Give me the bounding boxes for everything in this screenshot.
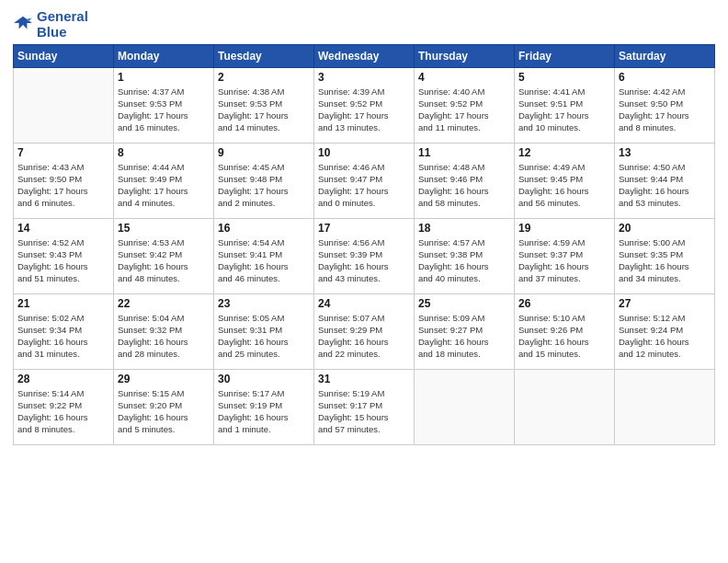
calendar-week-row: 1Sunrise: 4:37 AM Sunset: 9:53 PM Daylig… [14,67,715,143]
day-number: 2 [218,71,310,84]
day-number: 8 [118,146,210,159]
day-info: Sunrise: 5:19 AM Sunset: 9:17 PM Dayligh… [318,387,410,436]
day-number: 17 [318,222,410,235]
day-info: Sunrise: 5:15 AM Sunset: 9:20 PM Dayligh… [118,387,210,436]
day-number: 31 [318,373,410,385]
header: General Blue [13,9,715,39]
day-number: 18 [418,222,510,235]
weekday-header: Tuesday [214,44,314,67]
weekday-header: Thursday [415,44,515,67]
day-number: 28 [17,373,109,385]
calendar-week-row: 21Sunrise: 5:02 AM Sunset: 9:34 PM Dayli… [14,293,715,369]
day-number: 30 [218,373,310,385]
calendar-cell: 1Sunrise: 4:37 AM Sunset: 9:53 PM Daylig… [114,67,214,143]
day-number: 1 [118,71,210,84]
day-number: 24 [318,297,410,310]
calendar-cell: 23Sunrise: 5:05 AM Sunset: 9:31 PM Dayli… [214,293,314,369]
calendar-cell [515,369,615,444]
day-info: Sunrise: 5:04 AM Sunset: 9:32 PM Dayligh… [118,312,210,361]
logo-bird-icon [13,14,33,34]
day-info: Sunrise: 5:00 AM Sunset: 9:35 PM Dayligh… [619,236,711,285]
calendar-cell: 29Sunrise: 5:15 AM Sunset: 9:20 PM Dayli… [114,369,214,444]
calendar-cell: 19Sunrise: 4:59 AM Sunset: 9:37 PM Dayli… [515,218,615,293]
day-info: Sunrise: 4:59 AM Sunset: 9:37 PM Dayligh… [518,236,610,285]
calendar-cell: 21Sunrise: 5:02 AM Sunset: 9:34 PM Dayli… [14,293,114,369]
day-number: 7 [17,146,109,159]
calendar-cell: 15Sunrise: 4:53 AM Sunset: 9:42 PM Dayli… [114,218,214,293]
day-info: Sunrise: 4:53 AM Sunset: 9:42 PM Dayligh… [118,236,210,285]
calendar-cell: 14Sunrise: 4:52 AM Sunset: 9:43 PM Dayli… [14,218,114,293]
day-number: 29 [118,373,210,385]
calendar-week-row: 28Sunrise: 5:14 AM Sunset: 9:22 PM Dayli… [14,369,715,444]
day-info: Sunrise: 4:44 AM Sunset: 9:49 PM Dayligh… [118,161,210,210]
calendar-cell: 16Sunrise: 4:54 AM Sunset: 9:41 PM Dayli… [214,218,314,293]
calendar-cell: 3Sunrise: 4:39 AM Sunset: 9:52 PM Daylig… [314,67,415,143]
calendar-cell: 10Sunrise: 4:46 AM Sunset: 9:47 PM Dayli… [314,143,415,218]
day-info: Sunrise: 4:40 AM Sunset: 9:52 PM Dayligh… [418,86,510,134]
weekday-header: Saturday [615,44,715,67]
day-number: 20 [619,222,711,235]
logo: General Blue [13,9,88,39]
day-info: Sunrise: 4:50 AM Sunset: 9:44 PM Dayligh… [619,161,711,210]
day-info: Sunrise: 4:57 AM Sunset: 9:38 PM Dayligh… [418,236,510,285]
day-info: Sunrise: 4:39 AM Sunset: 9:52 PM Dayligh… [318,86,410,134]
calendar-cell: 9Sunrise: 4:45 AM Sunset: 9:48 PM Daylig… [214,143,314,218]
calendar-page: General Blue SundayMondayTuesdayWednesda… [0,0,728,563]
calendar-cell [615,369,715,444]
calendar-cell: 20Sunrise: 5:00 AM Sunset: 9:35 PM Dayli… [615,218,715,293]
logo-blue: Blue [37,25,88,39]
calendar-cell: 2Sunrise: 4:38 AM Sunset: 9:53 PM Daylig… [214,67,314,143]
day-info: Sunrise: 5:09 AM Sunset: 9:27 PM Dayligh… [418,312,510,361]
day-number: 12 [518,146,610,159]
day-info: Sunrise: 4:43 AM Sunset: 9:50 PM Dayligh… [17,161,109,210]
calendar-cell: 26Sunrise: 5:10 AM Sunset: 9:26 PM Dayli… [515,293,615,369]
day-number: 19 [518,222,610,235]
calendar-cell: 28Sunrise: 5:14 AM Sunset: 9:22 PM Dayli… [14,369,114,444]
day-number: 3 [318,71,410,84]
day-number: 16 [218,222,310,235]
weekday-header: Monday [114,44,214,67]
day-info: Sunrise: 4:56 AM Sunset: 9:39 PM Dayligh… [318,236,410,285]
day-number: 4 [418,71,510,84]
day-number: 13 [619,146,711,159]
weekday-header: Sunday [14,44,114,67]
day-number: 21 [17,297,109,310]
day-info: Sunrise: 5:14 AM Sunset: 9:22 PM Dayligh… [17,387,109,436]
calendar-cell: 4Sunrise: 4:40 AM Sunset: 9:52 PM Daylig… [415,67,515,143]
calendar-cell: 7Sunrise: 4:43 AM Sunset: 9:50 PM Daylig… [14,143,114,218]
calendar-cell [415,369,515,444]
day-number: 15 [118,222,210,235]
day-info: Sunrise: 4:54 AM Sunset: 9:41 PM Dayligh… [218,236,310,285]
calendar-cell: 22Sunrise: 5:04 AM Sunset: 9:32 PM Dayli… [114,293,214,369]
calendar-cell: 17Sunrise: 4:56 AM Sunset: 9:39 PM Dayli… [314,218,415,293]
day-info: Sunrise: 4:42 AM Sunset: 9:50 PM Dayligh… [619,86,711,134]
logo-text: General [37,9,88,25]
day-number: 9 [218,146,310,159]
day-info: Sunrise: 4:45 AM Sunset: 9:48 PM Dayligh… [218,161,310,210]
day-info: Sunrise: 4:46 AM Sunset: 9:47 PM Dayligh… [318,161,410,210]
day-number: 23 [218,297,310,310]
day-number: 5 [518,71,610,84]
calendar-week-row: 7Sunrise: 4:43 AM Sunset: 9:50 PM Daylig… [14,143,715,218]
day-number: 22 [118,297,210,310]
calendar-cell: 30Sunrise: 5:17 AM Sunset: 9:19 PM Dayli… [214,369,314,444]
day-info: Sunrise: 5:02 AM Sunset: 9:34 PM Dayligh… [17,312,109,361]
day-info: Sunrise: 5:10 AM Sunset: 9:26 PM Dayligh… [518,312,610,361]
day-info: Sunrise: 5:05 AM Sunset: 9:31 PM Dayligh… [218,312,310,361]
day-number: 6 [619,71,711,84]
calendar-cell: 25Sunrise: 5:09 AM Sunset: 9:27 PM Dayli… [415,293,515,369]
day-info: Sunrise: 4:41 AM Sunset: 9:51 PM Dayligh… [518,86,610,134]
calendar-cell: 31Sunrise: 5:19 AM Sunset: 9:17 PM Dayli… [314,369,415,444]
day-info: Sunrise: 5:07 AM Sunset: 9:29 PM Dayligh… [318,312,410,361]
calendar-cell: 18Sunrise: 4:57 AM Sunset: 9:38 PM Dayli… [415,218,515,293]
calendar-cell: 5Sunrise: 4:41 AM Sunset: 9:51 PM Daylig… [515,67,615,143]
calendar-cell: 11Sunrise: 4:48 AM Sunset: 9:46 PM Dayli… [415,143,515,218]
calendar-cell [14,67,114,143]
weekday-header: Friday [515,44,615,67]
calendar-cell: 8Sunrise: 4:44 AM Sunset: 9:49 PM Daylig… [114,143,214,218]
weekday-header: Wednesday [314,44,415,67]
calendar-table: SundayMondayTuesdayWednesdayThursdayFrid… [13,44,715,445]
day-info: Sunrise: 4:48 AM Sunset: 9:46 PM Dayligh… [418,161,510,210]
calendar-cell: 6Sunrise: 4:42 AM Sunset: 9:50 PM Daylig… [615,67,715,143]
day-number: 14 [17,222,109,235]
